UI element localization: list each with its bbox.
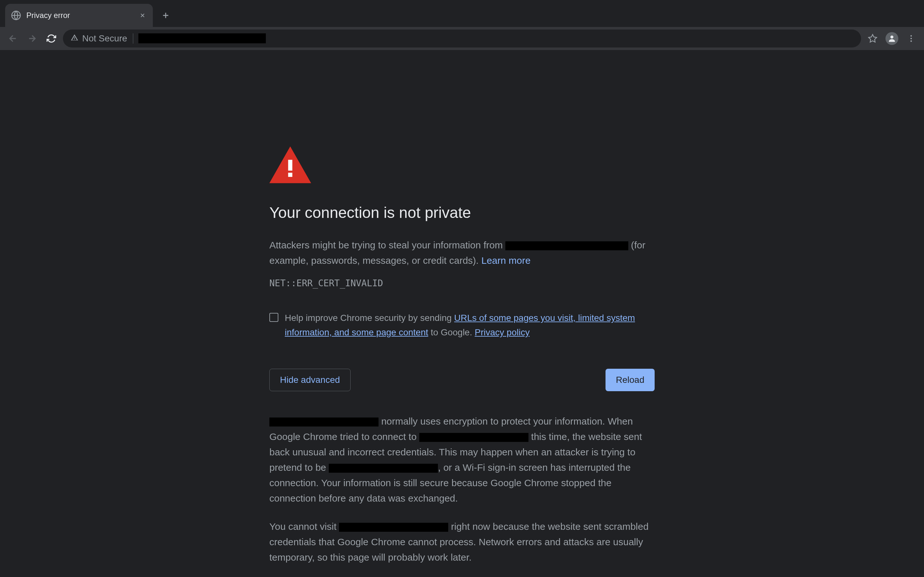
svg-point-4 [911, 40, 912, 42]
toolbar: Not Secure ████████████████████ [0, 27, 924, 50]
tab-bar: Privacy error [0, 0, 924, 27]
new-tab-button[interactable] [157, 6, 175, 24]
url-display: ████████████████████ [139, 33, 853, 44]
security-indicator[interactable]: Not Secure [71, 33, 133, 44]
learn-more-link[interactable]: Learn more [481, 255, 531, 266]
advanced-paragraph-2: You cannot visit ████████████████ right … [269, 519, 655, 565]
browser-tab[interactable]: Privacy error [5, 4, 153, 27]
hide-advanced-button[interactable]: Hide advanced [269, 369, 351, 391]
warning-paragraph: Attackers might be trying to steal your … [269, 237, 655, 268]
toolbar-right [865, 31, 919, 46]
button-row: Hide advanced Reload [269, 369, 655, 391]
error-code: NET::ERR_CERT_INVALID [269, 278, 655, 288]
svg-rect-5 [288, 160, 292, 171]
svg-point-1 [890, 35, 893, 39]
opt-in-text: Help improve Chrome security by sending … [285, 311, 655, 340]
bookmark-button[interactable] [865, 31, 880, 46]
opt-in-checkbox[interactable] [269, 313, 278, 322]
svg-point-2 [911, 35, 912, 37]
reload-button[interactable] [44, 31, 59, 46]
page-heading: Your connection is not private [269, 204, 655, 221]
advanced-paragraph-1: ████████████████ normally uses encryptio… [269, 414, 655, 506]
close-icon[interactable] [138, 11, 147, 20]
address-bar[interactable]: Not Secure ████████████████████ [63, 29, 861, 47]
privacy-policy-link[interactable]: Privacy policy [475, 327, 530, 337]
content-area: Your connection is not private Attackers… [0, 50, 924, 577]
svg-point-3 [911, 38, 912, 39]
back-button[interactable] [5, 31, 21, 46]
globe-icon [11, 10, 21, 21]
reload-page-button[interactable]: Reload [606, 369, 655, 391]
forward-button[interactable] [24, 31, 40, 46]
tab-title: Privacy error [26, 11, 133, 20]
opt-in-row: Help improve Chrome security by sending … [269, 311, 655, 340]
privacy-error-interstitial: Your connection is not private Attackers… [269, 146, 655, 577]
profile-button[interactable] [884, 31, 900, 46]
menu-button[interactable] [903, 31, 919, 46]
person-icon [885, 32, 898, 45]
warning-triangle-icon [71, 33, 78, 44]
browser-chrome: Privacy error [0, 0, 924, 50]
warning-icon [269, 146, 655, 185]
security-label: Not Secure [82, 33, 127, 44]
svg-rect-6 [288, 172, 292, 177]
